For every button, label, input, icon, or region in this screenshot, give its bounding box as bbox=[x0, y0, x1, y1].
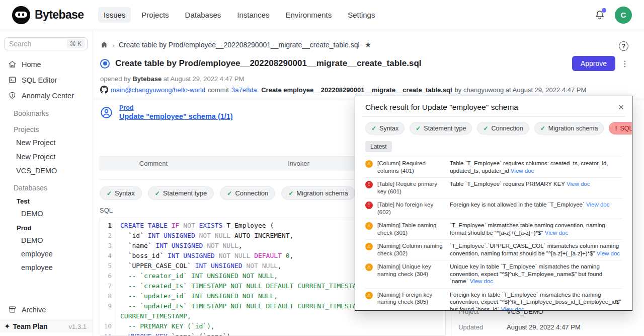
sidebar-env-prod: Prod bbox=[0, 221, 93, 234]
sidebar-item-home[interactable]: Home bbox=[0, 56, 93, 72]
star-icon[interactable]: ★ bbox=[365, 40, 371, 49]
topbar: Bytebase Issues Projects Databases Insta… bbox=[0, 0, 644, 30]
sidebar-db-item[interactable]: employee bbox=[0, 261, 93, 275]
breadcrumb-home-icon[interactable] bbox=[100, 41, 108, 49]
sidebar-project-item[interactable]: VCS_DEMO bbox=[0, 164, 93, 178]
check-badge-sql-review[interactable]: !SQL review bbox=[609, 122, 632, 135]
rule-description: Foreign key is not allowed in the table … bbox=[450, 201, 622, 216]
approve-button[interactable]: Approve bbox=[572, 56, 615, 71]
modal-title: Check result for Update "employee" schem… bbox=[365, 103, 518, 112]
check-badge-connection[interactable]: ✓Connection bbox=[477, 122, 529, 135]
modal-check-badges: ✓Syntax✓Statement type✓Connection✓Migrat… bbox=[365, 122, 622, 135]
nav-item-environments[interactable]: Environments bbox=[280, 7, 337, 23]
warning-icon: ⚠ bbox=[365, 263, 373, 271]
sidebar-item-anomaly-center[interactable]: Anomaly Center bbox=[0, 88, 93, 103]
breadcrumb-chevron-icon: › bbox=[112, 41, 115, 49]
view-doc-link[interactable]: View doc bbox=[586, 201, 609, 208]
issue-title: Create table by Prod/employee__202208290… bbox=[115, 58, 567, 69]
issue-author: Bytebase bbox=[132, 75, 162, 83]
plan-footer[interactable]: ✦ Team Plan v1.3.1 bbox=[0, 320, 93, 332]
sidebar-section-databases: Databases bbox=[0, 178, 93, 194]
check-badge-connection[interactable]: ✓Connection bbox=[220, 186, 275, 200]
breadcrumb-title[interactable]: Create table by Prod/employee__202208290… bbox=[119, 41, 360, 49]
check-badge-statement-type[interactable]: ✓Statement type bbox=[148, 186, 214, 200]
view-doc-link[interactable]: View doc bbox=[470, 278, 493, 284]
rule-description: Table `T_Employee` requires columns: cre… bbox=[450, 160, 622, 174]
rule-name: [Table] Require primary key (601) bbox=[377, 180, 445, 195]
sidebar-db-item[interactable]: employee bbox=[0, 247, 93, 261]
view-doc-link[interactable]: View doc bbox=[511, 168, 534, 174]
rule-description: Unique key in table `T_Employee` mismatc… bbox=[450, 263, 622, 285]
check-result-modal: Check result for Update "employee" schem… bbox=[355, 96, 632, 311]
nav-item-projects[interactable]: Projects bbox=[136, 7, 174, 23]
sidebar-item-sql-editor[interactable]: SQL Editor bbox=[0, 72, 93, 88]
notification-bell-icon[interactable] bbox=[594, 9, 606, 21]
notification-dot bbox=[602, 8, 606, 13]
nav-item-databases[interactable]: Databases bbox=[180, 7, 227, 23]
assignee-icon bbox=[100, 106, 113, 119]
check-badge-migration-schema[interactable]: ✓Migration schema bbox=[534, 122, 604, 135]
help-icon[interactable]: ? bbox=[619, 41, 628, 51]
nav-item-issues[interactable]: Issues bbox=[98, 7, 131, 23]
check-badge-migration-schema[interactable]: ✓Migration schema bbox=[281, 186, 355, 200]
check-pass-icon: ✓ bbox=[288, 190, 293, 197]
view-doc-link[interactable]: View doc bbox=[545, 230, 568, 236]
code-line: 11 UNIQUE KEY `name` (`name`), bbox=[100, 331, 445, 336]
check-pass-icon: ✓ bbox=[107, 190, 112, 197]
commit-hash-link[interactable]: 3a7e8da: bbox=[231, 86, 259, 94]
check-pass-icon: ✓ bbox=[371, 125, 376, 132]
bytebase-logo[interactable]: Bytebase bbox=[12, 6, 98, 24]
anomaly-center-icon bbox=[8, 91, 17, 100]
vcs-branch-link[interactable]: main@changyuwong/hello-world bbox=[111, 86, 205, 94]
rule-name: [Naming] Table naming check (301) bbox=[377, 222, 445, 236]
error-icon: ! bbox=[365, 181, 373, 188]
rule-description: Foreign key in table `T_Employee` mismat… bbox=[450, 291, 622, 311]
home-icon bbox=[8, 60, 17, 69]
check-badge-statement-type[interactable]: ✓Statement type bbox=[410, 122, 472, 135]
search-shortcut: ⌘ K bbox=[67, 39, 85, 48]
sidebar: ⌘ K Home SQL Editor Anomaly Center Bookm… bbox=[0, 30, 93, 336]
search-input[interactable] bbox=[9, 40, 55, 48]
rule-name: [Column] Required columns (401) bbox=[377, 160, 445, 174]
rule-name: [Naming] Foreign key naming check (305) bbox=[377, 291, 445, 306]
line-number: 3 bbox=[100, 241, 116, 251]
check-result-row: ⚠[Naming] Column naming check (302)`T_Em… bbox=[365, 240, 622, 260]
stage-task-link[interactable]: Update "employee" schema (1/1) bbox=[119, 112, 233, 120]
nav-item-instances[interactable]: Instances bbox=[231, 7, 275, 23]
view-doc-link[interactable]: View doc bbox=[597, 250, 620, 256]
issue-status-icon bbox=[100, 59, 110, 69]
commit-meta: by changyuwong at August 29, 2022 4:47 P… bbox=[455, 86, 587, 94]
check-badge-syntax[interactable]: ✓Syntax bbox=[365, 122, 405, 135]
view-doc-link[interactable]: View doc bbox=[567, 181, 590, 187]
check-badge-syntax[interactable]: ✓Syntax bbox=[100, 186, 142, 200]
sparkle-icon: ✦ bbox=[4, 322, 11, 331]
line-number: 7 bbox=[100, 281, 116, 291]
sql-editor-icon bbox=[8, 76, 17, 84]
check-pass-icon: ✓ bbox=[155, 190, 160, 197]
view-doc-link[interactable]: View doc bbox=[501, 306, 524, 311]
rule-name: [Naming] Column naming check (302) bbox=[377, 242, 445, 257]
app-version: v1.3.1 bbox=[69, 323, 87, 330]
close-icon[interactable]: × bbox=[618, 102, 624, 112]
line-number: 6 bbox=[100, 271, 116, 281]
sidebar-project-item[interactable]: New Project bbox=[0, 136, 93, 150]
github-icon bbox=[100, 86, 108, 94]
latest-button[interactable]: Latest bbox=[365, 141, 392, 152]
rule-name: [Naming] Unique key naming check (304) bbox=[377, 263, 445, 278]
sidebar-project-item[interactable]: New Project bbox=[0, 150, 93, 164]
search-box[interactable]: ⌘ K bbox=[4, 37, 88, 50]
commit-message: Create employee__202208290001__migrate__… bbox=[261, 86, 452, 94]
column-header-comment: Comment bbox=[100, 160, 207, 167]
line-number: 10 bbox=[100, 321, 116, 331]
rule-description: `T_Employee`.`UPPER_CASE_COL` mismatches… bbox=[450, 242, 622, 257]
nav-item-settings[interactable]: Settings bbox=[342, 7, 380, 23]
sidebar-db-item[interactable]: DEMO bbox=[0, 207, 93, 221]
warning-icon: ⚠ bbox=[365, 222, 373, 230]
sidebar-db-item[interactable]: DEMO bbox=[0, 234, 93, 247]
kebab-menu-icon[interactable]: ⋮ bbox=[621, 61, 629, 66]
line-number: 8 bbox=[100, 291, 116, 301]
sidebar-item-archive[interactable]: Archive bbox=[0, 302, 93, 320]
avatar[interactable]: C bbox=[615, 7, 632, 24]
check-result-row: ⚠[Naming] Foreign key naming check (305)… bbox=[365, 289, 622, 311]
stage-environment-link[interactable]: Prod bbox=[119, 104, 233, 111]
